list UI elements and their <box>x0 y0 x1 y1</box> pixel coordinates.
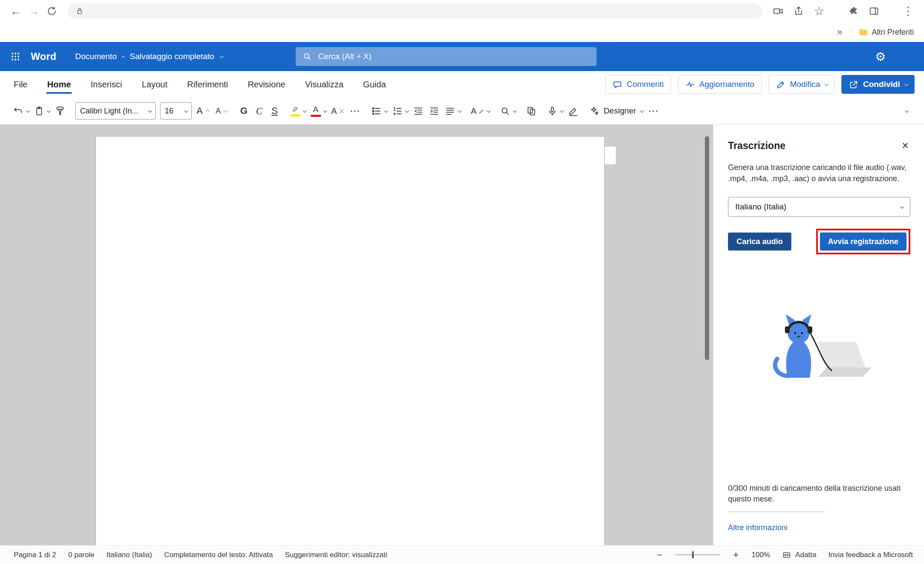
address-bar[interactable] <box>68 3 762 19</box>
fit-icon <box>782 550 791 560</box>
camera-icon[interactable] <box>769 2 787 20</box>
more-font-options-button[interactable]: ⋯ <box>347 101 363 120</box>
zoom-out-button[interactable]: − <box>656 549 663 561</box>
increase-indent-button[interactable] <box>426 101 442 120</box>
font-family-select[interactable]: Calibri Light (In... <box>75 102 156 119</box>
page-count[interactable]: Pagina 1 di 2 <box>14 551 56 559</box>
app-header: Word Documento - Salvataggio completato … <box>0 42 924 71</box>
bullet-list-button[interactable] <box>368 101 389 120</box>
back-icon[interactable]: ← <box>7 2 25 20</box>
vertical-scrollbar[interactable] <box>705 136 709 360</box>
reuse-files-button[interactable] <box>523 101 539 120</box>
alignment-button[interactable] <box>442 101 463 120</box>
app-launcher-icon[interactable] <box>5 46 26 67</box>
zoom-slider[interactable] <box>675 554 720 555</box>
comments-button[interactable]: Commenti <box>605 75 671 94</box>
paste-button[interactable] <box>31 101 52 120</box>
search-input[interactable] <box>318 52 590 61</box>
editor-suggestions-status[interactable]: Suggerimenti editor: visualizzati <box>285 551 387 559</box>
tab-inserisci[interactable]: Inserisci <box>91 71 122 98</box>
tab-home[interactable]: Home <box>47 71 71 98</box>
more-commands-button[interactable]: ⋯ <box>645 101 662 120</box>
grow-font-button[interactable]: A <box>194 101 213 120</box>
language-status[interactable]: Italiano (Italia) <box>107 551 152 559</box>
search-icon <box>303 52 312 61</box>
lock-icon <box>75 7 84 15</box>
share-label: Condividi <box>863 80 900 89</box>
formatting-toolbar: Calibri Light (In... 16 A A G C S <box>0 98 924 125</box>
share-button[interactable]: Condividi <box>841 75 915 94</box>
font-size-select[interactable]: 16 <box>160 102 192 119</box>
tab-guida[interactable]: Guida <box>363 71 386 98</box>
numbered-list-icon <box>392 106 403 116</box>
app-name[interactable]: Word <box>31 51 56 63</box>
chevron-down-icon <box>900 204 904 209</box>
close-icon[interactable]: × <box>900 140 910 152</box>
more-info-link[interactable]: Altre informazioni <box>728 523 787 532</box>
italic-button[interactable]: C <box>252 101 267 120</box>
document-title: Documento <box>75 52 117 61</box>
tab-revisione[interactable]: Revisione <box>248 71 285 98</box>
document-page[interactable] <box>95 136 605 564</box>
settings-gear-icon[interactable]: ⚙ <box>871 47 890 66</box>
clear-formatting-button[interactable]: A <box>329 101 347 120</box>
edit-mode-button[interactable]: Modifica <box>769 75 835 94</box>
find-button[interactable] <box>497 101 518 120</box>
tab-riferimenti[interactable]: Riferimenti <box>187 71 228 98</box>
designer-button[interactable]: Designer <box>586 101 645 120</box>
usage-progress-bar <box>728 511 825 512</box>
zoom-in-button[interactable]: + <box>732 549 740 561</box>
bold-icon: G <box>240 106 247 116</box>
comment-margin-card[interactable] <box>605 146 616 165</box>
folder-icon <box>858 27 868 37</box>
start-recording-button[interactable]: Avvia registrazione <box>820 233 906 251</box>
ribbon-actions: Commenti Aggiornamento Modifica Condivid… <box>605 75 915 94</box>
editor-button[interactable] <box>565 101 581 120</box>
dictate-button[interactable] <box>544 101 565 120</box>
update-button[interactable]: Aggiornamento <box>678 75 762 94</box>
format-painter-button[interactable] <box>52 101 68 120</box>
language-select[interactable]: Italiano (Italia) <box>728 197 910 217</box>
tab-visualizza[interactable]: Visualizza <box>305 71 344 98</box>
chevron-down-icon <box>323 108 327 113</box>
word-online-window: ← → ☆ ⋮ » <box>0 0 924 564</box>
grow-font-icon: A <box>196 106 203 116</box>
shrink-font-button[interactable]: A <box>213 101 231 120</box>
upload-audio-button[interactable]: Carica audio <box>728 233 791 251</box>
caret-down-icon <box>223 108 229 114</box>
chevron-down-icon <box>303 108 307 113</box>
bookmarks-overflow-chevron[interactable]: » <box>835 27 844 38</box>
extensions-puzzle-icon[interactable] <box>844 2 862 20</box>
bold-button[interactable]: G <box>236 101 252 120</box>
font-color-button[interactable]: A <box>308 101 329 120</box>
transcription-panel: Trascrizione × Genera una trascrizione c… <box>713 125 924 545</box>
numbered-list-button[interactable] <box>389 101 410 120</box>
zoom-level[interactable]: 100% <box>752 551 770 559</box>
text-completion-status[interactable]: Completamento del testo: Attivata <box>164 551 273 559</box>
browser-menu-icon[interactable]: ⋮ <box>899 2 917 20</box>
bookmarks-folder[interactable]: Altri Preferiti <box>858 27 914 37</box>
document-title-group[interactable]: Documento - Salvataggio completato <box>75 52 223 61</box>
search-box[interactable] <box>296 47 597 66</box>
styles-button[interactable]: A <box>468 101 492 120</box>
fit-width-button[interactable]: Adatta <box>782 550 816 560</box>
share-icon[interactable] <box>790 2 808 20</box>
underline-button[interactable]: S <box>267 101 282 120</box>
feedback-link[interactable]: Invia feedback a Microsoft <box>829 551 913 559</box>
collapse-ribbon-button[interactable] <box>898 101 914 120</box>
forward-icon[interactable]: → <box>25 2 43 20</box>
undo-button[interactable] <box>10 101 31 120</box>
clipboard-icon <box>34 106 45 116</box>
zoom-slider-thumb[interactable] <box>692 551 694 558</box>
tab-layout[interactable]: Layout <box>142 71 167 98</box>
tab-file[interactable]: File <box>14 71 27 98</box>
url-input[interactable] <box>89 7 755 16</box>
word-count[interactable]: 0 parole <box>68 551 94 559</box>
decrease-indent-button[interactable] <box>410 101 426 120</box>
usage-section: 0/300 minuti di caricamento della trascr… <box>728 483 907 532</box>
highlight-button[interactable] <box>288 101 308 120</box>
side-panel-icon[interactable] <box>865 2 883 20</box>
reload-icon[interactable] <box>43 2 61 20</box>
title-separator: - <box>122 52 125 61</box>
bookmark-star-icon[interactable]: ☆ <box>810 2 828 20</box>
